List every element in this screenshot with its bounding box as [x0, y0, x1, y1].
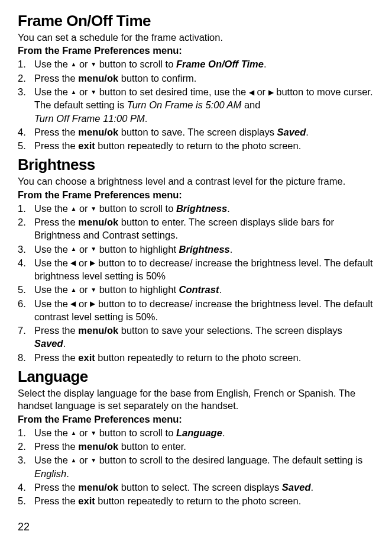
up-arrow-icon: ▲ [70, 286, 76, 294]
right-arrow-icon: ▶ [268, 88, 274, 97]
list-item: 1. Use the ▲ or ▼ button to scroll to Br… [18, 202, 374, 215]
step-num: 3. [18, 243, 34, 256]
down-arrow-icon: ▼ [90, 286, 96, 294]
step-text: Press the menu/ok button to save. The sc… [34, 125, 374, 139]
list-item: 4. Press the menu/ok button to save. The… [18, 125, 374, 139]
list-item: 4. Press the menu/ok button to select. T… [18, 481, 374, 494]
steps-frame: 1. Use the ▲ or ▼ button to scroll to Fr… [18, 57, 374, 152]
section-intro-language: Select the display language for the base… [18, 387, 374, 413]
step-num: 2. [18, 440, 34, 453]
left-arrow-icon: ◀ [70, 299, 76, 308]
step-num: 1. [18, 202, 34, 215]
up-arrow-icon: ▲ [70, 456, 76, 465]
target-text: Frame On/Off Time [176, 59, 264, 69]
step-text: Press the menu/ok button to select. The … [34, 481, 374, 494]
subheading-brightness: From the Frame Preferences menu: [18, 189, 374, 201]
section-title-language: Language [18, 368, 374, 386]
list-item: 1. Use the ▲ or ▼ button to scroll to La… [18, 426, 374, 439]
down-arrow-icon: ▼ [90, 88, 96, 96]
step-text: Use the ▲ or ▼ button to scroll to Brigh… [34, 202, 374, 215]
section-intro-frame: You can set a schedule for the frame act… [18, 31, 374, 44]
step-num: 5. [18, 139, 34, 152]
step-num: 2. [18, 72, 34, 85]
step-text: Press the menu/ok button to enter. [34, 440, 374, 453]
step-text: Press the exit button repeatedly to retu… [34, 494, 374, 507]
step-num: 4. [18, 481, 34, 494]
list-item: 5. Use the ▲ or ▼ button to highlight Co… [18, 283, 374, 296]
step-num: 4. [18, 256, 34, 283]
step-text: Press the exit button repeatedly to retu… [34, 139, 374, 152]
section-brightness: Brightness You can choose a brightness l… [18, 156, 374, 364]
step-text: Use the ◀ or ▶ button to to decrease/ in… [34, 256, 374, 283]
step-num: 3. [18, 453, 34, 480]
up-arrow-icon: ▲ [70, 245, 76, 253]
step-num: 2. [18, 215, 34, 242]
step-text: Use the ▲ or ▼ button to highlight Brigh… [34, 243, 374, 256]
right-arrow-icon: ▶ [90, 258, 95, 268]
up-arrow-icon: ▲ [70, 88, 76, 96]
step-text: Press the menu/ok button to enter. The s… [34, 215, 374, 242]
list-item: 3. Use the ▲ or ▼ button to highlight Br… [18, 243, 374, 256]
step-num: 7. [18, 324, 34, 350]
left-arrow-icon: ◀ [70, 258, 76, 268]
step-num: 4. [18, 125, 34, 139]
step-num: 1. [18, 426, 34, 439]
step-num: 8. [18, 351, 34, 364]
subheading-frame: From the Frame Preferences menu: [18, 45, 374, 56]
step-num: 1. [18, 57, 34, 70]
step-num: 6. [18, 297, 34, 324]
down-arrow-icon: ▼ [90, 456, 96, 465]
up-arrow-icon: ▲ [70, 429, 76, 437]
left-arrow-icon: ◀ [249, 88, 254, 97]
step-text: Press the menu/ok button to save your se… [34, 324, 374, 350]
list-item: 3. Use the ▲ or ▼ button to set desired … [18, 85, 374, 125]
step-text: Use the ▲ or ▼ button to scroll to Frame… [34, 57, 374, 70]
section-title-brightness: Brightness [18, 156, 374, 174]
step-text: Use the ▲ or ▼ button to scroll to the d… [34, 453, 374, 480]
section-frame: Frame On/Off Time You can set a schedule… [18, 12, 374, 152]
steps-language: 1. Use the ▲ or ▼ button to scroll to La… [18, 426, 374, 508]
page-number: 22 [18, 521, 30, 533]
step-text: Use the ▲ or ▼ button to set desired tim… [34, 85, 374, 125]
list-item: 2. Press the menu/ok button to confirm. [18, 72, 374, 85]
down-arrow-icon: ▼ [90, 205, 96, 213]
list-item: 1. Use the ▲ or ▼ button to scroll to Fr… [18, 57, 374, 70]
section-intro-brightness: You can choose a brightness level and a … [18, 175, 374, 188]
list-item: 6. Use the ◀ or ▶ button to to decrease/… [18, 297, 374, 324]
right-arrow-icon: ▶ [90, 299, 95, 308]
up-arrow-icon: ▲ [70, 60, 76, 69]
subheading-language: From the Frame Preferences menu: [18, 414, 374, 425]
down-arrow-icon: ▼ [90, 429, 96, 437]
list-item: 4. Use the ◀ or ▶ button to to decrease/… [18, 256, 374, 283]
list-item: 3. Use the ▲ or ▼ button to scroll to th… [18, 453, 374, 480]
step-text: Press the exit button repeatedly to retu… [34, 351, 374, 364]
step-num: 5. [18, 283, 34, 296]
down-arrow-icon: ▼ [90, 245, 96, 253]
up-arrow-icon: ▲ [70, 205, 76, 213]
step-text: Press the menu/ok button to confirm. [34, 72, 374, 85]
list-item: 5. Press the exit button repeatedly to r… [18, 139, 374, 152]
list-item: 5. Press the exit button repeatedly to r… [18, 494, 374, 507]
steps-brightness: 1. Use the ▲ or ▼ button to scroll to Br… [18, 202, 374, 364]
list-item: 8. Press the exit button repeatedly to r… [18, 351, 374, 364]
step-num: 3. [18, 85, 34, 125]
list-item: 7. Press the menu/ok button to save your… [18, 324, 374, 350]
step-num: 5. [18, 494, 34, 507]
list-item: 2. Press the menu/ok button to enter. [18, 440, 374, 453]
step-text: Use the ◀ or ▶ button to to decrease/ in… [34, 297, 374, 324]
down-arrow-icon: ▼ [90, 60, 96, 69]
section-language: Language Select the display language for… [18, 368, 374, 507]
step-text: Use the ▲ or ▼ button to highlight Contr… [34, 283, 374, 296]
list-item: 2. Press the menu/ok button to enter. Th… [18, 215, 374, 242]
section-title-frame: Frame On/Off Time [18, 12, 374, 30]
step-text: Use the ▲ or ▼ button to scroll to Langu… [34, 426, 374, 439]
